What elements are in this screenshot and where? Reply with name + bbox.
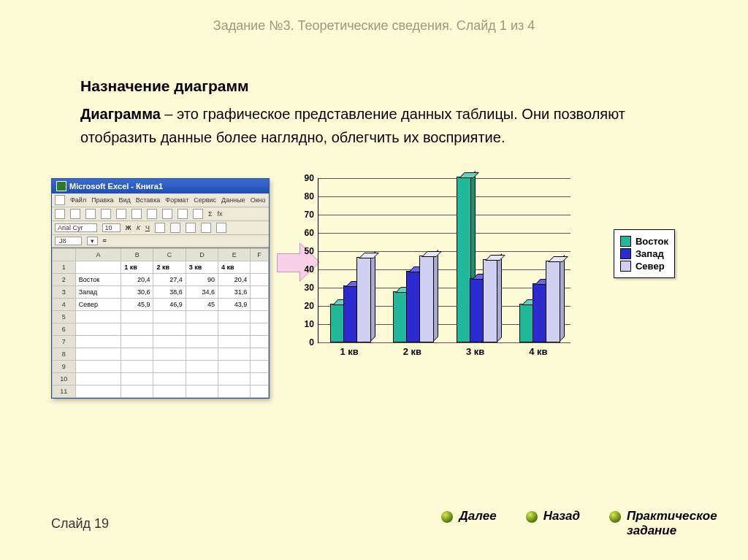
- table-row: 6: [53, 323, 269, 336]
- redo-icon[interactable]: [193, 209, 203, 219]
- excel-app-icon: [56, 181, 66, 191]
- excel-toolbar[interactable]: Σfx: [52, 207, 269, 221]
- cut-icon[interactable]: [131, 209, 142, 219]
- y-tick: 60: [292, 228, 314, 238]
- align-left-icon[interactable]: [155, 223, 165, 233]
- y-tick: 90: [292, 173, 314, 183]
- excel-formula-bar[interactable]: J8 ▾ =: [52, 235, 269, 248]
- menu-insert[interactable]: Вставка: [136, 196, 160, 204]
- table-row: 3 Запад 30,6 38,6 34,6 31,6: [53, 286, 269, 299]
- currency-icon[interactable]: [216, 223, 226, 233]
- next-button[interactable]: Далее: [441, 509, 496, 523]
- new-icon[interactable]: [55, 209, 65, 219]
- excel-window: Microsoft Excel - Книга1 Файл Правка Вид…: [51, 178, 270, 399]
- legend-swatch-north: [620, 261, 631, 272]
- y-tick: 80: [292, 191, 314, 202]
- print-icon[interactable]: [101, 209, 111, 219]
- bar: [483, 261, 496, 343]
- bullet-icon: [441, 511, 453, 523]
- col-A[interactable]: A: [75, 249, 121, 261]
- excel-title: Microsoft Excel - Книга1: [69, 182, 163, 191]
- legend-label: Запад: [636, 248, 664, 259]
- table-row: 5: [53, 311, 269, 323]
- col-D[interactable]: D: [186, 249, 218, 261]
- section-title: Назначение диаграмм: [80, 77, 675, 95]
- bullet-icon: [609, 511, 621, 523]
- underline-icon[interactable]: Ч: [145, 224, 150, 231]
- table-row: 2 Восток 20,4 27,4 90 20,4: [53, 274, 269, 286]
- cell-ref[interactable]: J8: [55, 237, 82, 245]
- bar: [470, 280, 483, 343]
- italic-icon[interactable]: К: [137, 224, 140, 231]
- table-row: 10: [53, 373, 269, 386]
- menu-tools[interactable]: Сервис: [194, 196, 216, 204]
- task-button[interactable]: Практическое задание: [609, 509, 726, 538]
- definition: – это графическое представление данных т…: [80, 106, 625, 145]
- excel-doc-icon: [55, 195, 65, 205]
- paste-icon[interactable]: [162, 209, 172, 219]
- x-tick: 2 кв: [381, 346, 443, 357]
- save-icon[interactable]: [85, 209, 96, 219]
- bar: [356, 258, 370, 342]
- menu-window[interactable]: Окно: [251, 196, 266, 204]
- align-right-icon[interactable]: [186, 223, 196, 233]
- size-select[interactable]: 10: [102, 223, 121, 232]
- menu-file[interactable]: Файл: [70, 196, 86, 204]
- menu-view[interactable]: Вид: [119, 196, 131, 204]
- preview-icon[interactable]: [116, 209, 126, 219]
- bar: [519, 305, 533, 342]
- arrow-icon: [277, 244, 278, 280]
- excel-fontbar[interactable]: Arial Cyr 10 Ж К Ч: [52, 221, 269, 235]
- col-B[interactable]: B: [121, 249, 153, 261]
- col-E[interactable]: E: [218, 249, 251, 261]
- menu-edit[interactable]: Правка: [91, 196, 113, 204]
- menu-format[interactable]: Формат: [165, 196, 188, 204]
- section-paragraph: Диаграмма – это графическое представлени…: [80, 102, 675, 149]
- y-tick: 10: [292, 319, 314, 329]
- table-row: 11: [53, 386, 269, 398]
- y-tick: 50: [292, 246, 314, 256]
- bar: [533, 285, 546, 342]
- bold-icon[interactable]: Ж: [126, 224, 131, 231]
- y-tick: 40: [292, 264, 314, 275]
- bar-chart: 0102030405060708090 1 кв2 кв3 кв4 кв: [292, 174, 595, 361]
- fx-dropdown[interactable]: ▾: [87, 237, 98, 245]
- bullet-icon: [526, 511, 538, 523]
- bar: [343, 287, 356, 343]
- bar: [330, 305, 343, 342]
- x-tick: 4 кв: [507, 346, 570, 357]
- excel-titlebar: Microsoft Excel - Книга1: [52, 179, 269, 193]
- term: Диаграмма: [80, 106, 161, 122]
- slide-number: Слайд 19: [51, 516, 109, 532]
- back-button[interactable]: Назад: [526, 509, 580, 523]
- legend-label: Север: [636, 261, 665, 272]
- legend-label: Восток: [636, 236, 668, 247]
- col-C[interactable]: C: [153, 249, 186, 261]
- y-tick: 70: [292, 210, 314, 220]
- copy-icon[interactable]: [147, 209, 157, 219]
- y-tick: 0: [292, 337, 314, 348]
- x-tick: 1 кв: [318, 346, 381, 357]
- bar: [546, 262, 559, 342]
- legend-swatch-west: [620, 248, 631, 259]
- bar: [393, 293, 406, 343]
- table-row: 1 1 кв 2 кв 3 кв 4 кв: [53, 261, 269, 274]
- open-icon[interactable]: [70, 209, 80, 219]
- undo-icon[interactable]: [178, 209, 188, 219]
- table-row: 9: [53, 361, 269, 373]
- col-F[interactable]: F: [251, 249, 268, 261]
- table-row: 8: [53, 348, 269, 361]
- align-center-icon[interactable]: [170, 223, 180, 233]
- excel-grid[interactable]: A B C D E F 1 1 кв 2 кв 3 кв 4 кв: [52, 248, 269, 398]
- chart-legend: Восток Запад Север: [614, 229, 675, 278]
- font-select[interactable]: Arial Cyr: [55, 223, 97, 232]
- menu-data[interactable]: Данные: [221, 196, 245, 204]
- table-row: 4 Север 45,9 46,9 45 43,9: [53, 299, 269, 311]
- legend-swatch-east: [620, 236, 631, 247]
- excel-menubar[interactable]: Файл Правка Вид Вставка Формат Сервис Да…: [52, 193, 269, 207]
- bar: [406, 272, 419, 343]
- x-tick: 3 кв: [443, 346, 506, 357]
- y-tick: 30: [292, 283, 314, 293]
- merge-icon[interactable]: [201, 223, 211, 233]
- bar: [419, 257, 432, 342]
